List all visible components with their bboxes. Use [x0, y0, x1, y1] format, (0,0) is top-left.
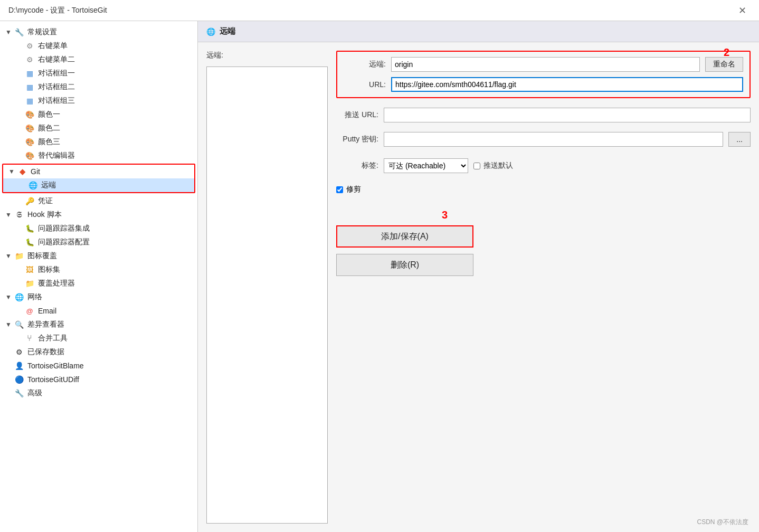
sidebar-item-general[interactable]: ▼ 🔧 常规设置	[0, 25, 197, 39]
sidebar: ▼ 🔧 常规设置 ⚙ 右键菜单 ⚙ 右键菜单二 ▦ 对话框组一 ▦ 对话框组二 …	[0, 21, 198, 532]
sidebar-item-label: Hook 脚本	[27, 210, 62, 220]
sidebar-item-color1[interactable]: 🎨 颜色一	[0, 108, 197, 121]
key-icon: 🔑	[24, 196, 35, 206]
prune-row: 修剪	[336, 185, 751, 194]
sidebar-item-overlay-handler[interactable]: 📁 覆盖处理器	[0, 277, 197, 290]
sidebar-item-icon-overlay[interactable]: ▼ 📁 图标覆盖	[0, 249, 197, 263]
overlay-icon: 📁	[14, 251, 24, 261]
advanced-icon: 🔧	[14, 388, 24, 398]
sidebar-item-bug-tracker2[interactable]: 🐛 问题跟踪器配置	[0, 235, 197, 249]
panel-header-title: 远端	[220, 26, 235, 36]
sidebar-item-label: 对话框组三	[38, 96, 75, 106]
prune-label: 修剪	[346, 185, 361, 194]
sidebar-item-alt-editor[interactable]: 🎨 替代编辑器	[0, 149, 197, 163]
push-default-label: 推送默认	[483, 161, 513, 170]
sidebar-item-blame[interactable]: 👤 TortoiseGitBlame	[0, 359, 197, 373]
sidebar-item-merge[interactable]: ⑂ 合并工具	[0, 331, 197, 345]
network-icon: 🌐	[14, 292, 24, 302]
sidebar-item-label: 问题跟踪器配置	[38, 238, 90, 247]
sidebar-item-git[interactable]: ▼ ◆ Git	[3, 165, 194, 178]
grid-icon-3: ▦	[24, 96, 35, 106]
palette-icon-4: 🎨	[24, 150, 35, 161]
url-form-label: URL:	[344, 80, 386, 89]
sidebar-item-udiff[interactable]: 🔵 TortoiseGitUDiff	[0, 373, 197, 386]
sidebar-item-label: TortoiseGitUDiff	[27, 375, 79, 384]
globe-icon: 🌐	[27, 180, 38, 191]
push-default-checkbox-label: 推送默认	[473, 161, 513, 170]
sidebar-item-credential[interactable]: 🔑 凭证	[0, 194, 197, 208]
add-save-button[interactable]: 添加/保存(A)	[336, 225, 473, 248]
add-save-wrapper: 3 添加/保存(A)	[336, 225, 751, 248]
toggle-git: ▼	[7, 168, 16, 175]
putty-label: Putty 密钥:	[336, 135, 378, 144]
delete-button[interactable]: 删除(R)	[336, 254, 473, 276]
merge-icon: ⑂	[24, 333, 35, 344]
sidebar-item-label: 凭证	[38, 196, 53, 206]
tag-select[interactable]: 可达 (Reachable) 全部 无	[384, 158, 468, 173]
sidebar-item-label: Email	[38, 307, 56, 315]
sidebar-item-label: 右键菜单	[38, 41, 68, 51]
remote-form-label: 远端:	[344, 60, 386, 69]
push-url-input[interactable]	[384, 108, 751, 122]
sidebar-item-color3[interactable]: 🎨 颜色三	[0, 135, 197, 149]
sidebar-item-network[interactable]: ▼ 🌐 网络	[0, 290, 197, 304]
sidebar-item-label: 替代编辑器	[38, 151, 75, 160]
sidebar-item-dialog1[interactable]: ▦ 对话框组一	[0, 66, 197, 80]
sidebar-item-label: 图标覆盖	[27, 251, 57, 261]
gear-icon-3: ⚙	[24, 54, 35, 65]
remote-form-highlight: 远端: 重命名 URL:	[336, 51, 751, 98]
sidebar-item-label: 对话框组一	[38, 69, 75, 78]
sidebar-item-label: 已保存数据	[27, 347, 64, 357]
gear-icon-2: ⚙	[24, 41, 35, 51]
tag-row: 标签: 可达 (Reachable) 全部 无 推送默认	[336, 158, 751, 173]
sidebar-item-email[interactable]: @ Email	[0, 304, 197, 318]
sidebar-item-right-menu2[interactable]: ⚙ 右键菜单二	[0, 53, 197, 66]
close-button[interactable]: ✕	[734, 3, 751, 18]
sidebar-item-icon-set[interactable]: 🖼 图标集	[0, 263, 197, 277]
sidebar-item-saved-data[interactable]: ⚙ 已保存数据	[0, 345, 197, 359]
hook-icon: 𝕾	[14, 210, 24, 220]
tag-label: 标签:	[336, 161, 378, 170]
sidebar-item-advanced[interactable]: 🔧 高级	[0, 386, 197, 400]
putty-input[interactable]	[384, 132, 723, 147]
sidebar-item-label: 颜色三	[38, 137, 60, 147]
sidebar-item-label: 覆盖处理器	[38, 279, 75, 288]
palette-icon-3: 🎨	[24, 137, 35, 147]
panel-content: 远端: 2 远端: 重命名 URL:	[198, 42, 759, 532]
overlay-handler-icon: 📁	[24, 278, 35, 289]
annotation-2: 2	[724, 46, 729, 59]
sidebar-item-diff[interactable]: ▼ 🔍 差异查看器	[0, 318, 197, 331]
gear-icon: 🔧	[14, 27, 24, 37]
sidebar-item-bug-tracker[interactable]: 🐛 问题跟踪器集成	[0, 222, 197, 235]
sidebar-item-label: 常规设置	[27, 27, 57, 37]
window-title: D:\mycode - 设置 - TortoiseGit	[8, 6, 107, 15]
sidebar-item-label: 颜色一	[38, 110, 60, 119]
remote-name-input[interactable]	[391, 57, 700, 72]
sidebar-item-dialog3[interactable]: ▦ 对话框组三	[0, 94, 197, 108]
git-icon: ◆	[17, 166, 27, 177]
sidebar-item-label: 合并工具	[38, 334, 68, 343]
prune-checkbox[interactable]	[336, 186, 343, 193]
sidebar-item-right-menu[interactable]: ⚙ 右键菜单	[0, 39, 197, 53]
sidebar-item-label: Git	[31, 167, 40, 176]
sidebar-item-hook[interactable]: ▼ 𝕾 Hook 脚本	[0, 208, 197, 222]
right-panel: 🌐 远端 远端: 2 远端: 重命名	[198, 21, 759, 532]
sidebar-item-label: 右键菜单二	[38, 55, 75, 64]
push-default-checkbox[interactable]	[473, 163, 480, 169]
panel-header: 🌐 远端	[198, 21, 759, 42]
sidebar-item-label: 对话框组二	[38, 82, 75, 92]
palette-icon-2: 🎨	[24, 123, 35, 134]
sidebar-item-label: 网络	[27, 292, 42, 302]
remote-list-box	[206, 66, 328, 524]
browse-button[interactable]: ...	[728, 132, 751, 147]
sidebar-item-remote[interactable]: 🌐 远端	[3, 178, 194, 192]
git-section-highlight: ▼ ◆ Git 🌐 远端	[2, 164, 195, 193]
url-input[interactable]	[391, 77, 743, 92]
sidebar-item-dialog2[interactable]: ▦ 对话框组二	[0, 80, 197, 94]
saveddata-icon: ⚙	[14, 347, 24, 357]
rename-button[interactable]: 重命名	[705, 57, 743, 72]
sidebar-item-color2[interactable]: 🎨 颜色二	[0, 121, 197, 135]
watermark: CSDN @不依法度	[697, 518, 748, 527]
bug-icon-1: 🐛	[24, 223, 35, 234]
palette-icon-1: 🎨	[24, 109, 35, 120]
